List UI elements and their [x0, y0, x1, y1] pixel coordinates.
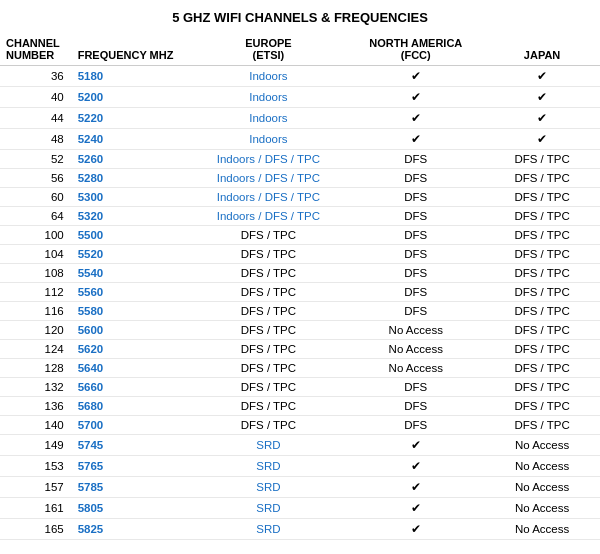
cell-frequency: 5300 [74, 188, 190, 207]
table-row: 1165580DFS / TPCDFSDFS / TPC [0, 302, 600, 321]
cell-europe: DFS / TPC [189, 264, 347, 283]
cell-frequency: 5260 [74, 150, 190, 169]
table-row: 405200Indoors✔✔ [0, 87, 600, 108]
cell-japan: DFS / TPC [484, 340, 600, 359]
cell-northamerica: No Access [347, 359, 484, 378]
cell-frequency: 5660 [74, 378, 190, 397]
table-row: 1325660DFS / TPCDFSDFS / TPC [0, 378, 600, 397]
cell-channel: 132 [0, 378, 74, 397]
cell-channel: 56 [0, 169, 74, 188]
cell-frequency: 5640 [74, 359, 190, 378]
cell-europe: DFS / TPC [189, 359, 347, 378]
cell-europe: SRD [189, 435, 347, 456]
cell-frequency: 5825 [74, 519, 190, 540]
cell-northamerica: DFS [347, 416, 484, 435]
cell-northamerica: DFS [347, 207, 484, 226]
cell-japan: DFS / TPC [484, 226, 600, 245]
table-row: 525260Indoors / DFS / TPCDFSDFS / TPC [0, 150, 600, 169]
cell-frequency: 5765 [74, 456, 190, 477]
cell-europe: SRD [189, 519, 347, 540]
cell-japan: DFS / TPC [484, 283, 600, 302]
cell-northamerica: ✔ [347, 477, 484, 498]
table-row: 1205600DFS / TPCNo AccessDFS / TPC [0, 321, 600, 340]
channels-table: CHANNEL NUMBER FREQUENCY MHZ EUROPE (ETS… [0, 33, 600, 540]
cell-northamerica: DFS [347, 226, 484, 245]
cell-japan: DFS / TPC [484, 321, 600, 340]
cell-europe: DFS / TPC [189, 340, 347, 359]
cell-frequency: 5520 [74, 245, 190, 264]
cell-channel: 116 [0, 302, 74, 321]
col-header-channel: CHANNEL NUMBER [0, 33, 74, 66]
cell-frequency: 5620 [74, 340, 190, 359]
cell-channel: 161 [0, 498, 74, 519]
cell-japan: No Access [484, 498, 600, 519]
table-row: 1045520DFS / TPCDFSDFS / TPC [0, 245, 600, 264]
cell-europe: Indoors [189, 66, 347, 87]
cell-channel: 64 [0, 207, 74, 226]
cell-frequency: 5580 [74, 302, 190, 321]
cell-europe: Indoors [189, 108, 347, 129]
cell-channel: 104 [0, 245, 74, 264]
table-row: 645320Indoors / DFS / TPCDFSDFS / TPC [0, 207, 600, 226]
cell-frequency: 5785 [74, 477, 190, 498]
col-header-frequency: FREQUENCY MHZ [74, 33, 190, 66]
cell-northamerica: ✔ [347, 435, 484, 456]
cell-northamerica: ✔ [347, 108, 484, 129]
col-header-japan: JAPAN [484, 33, 600, 66]
cell-europe: Indoors [189, 87, 347, 108]
page-title: 5 GHZ WIFI CHANNELS & FREQUENCIES [0, 0, 600, 33]
cell-channel: 124 [0, 340, 74, 359]
cell-europe: SRD [189, 498, 347, 519]
table-row: 1495745SRD✔No Access [0, 435, 600, 456]
cell-channel: 165 [0, 519, 74, 540]
table-row: 1405700DFS / TPCDFSDFS / TPC [0, 416, 600, 435]
cell-channel: 140 [0, 416, 74, 435]
cell-europe: Indoors / DFS / TPC [189, 169, 347, 188]
cell-northamerica: DFS [347, 302, 484, 321]
cell-frequency: 5560 [74, 283, 190, 302]
cell-channel: 48 [0, 129, 74, 150]
cell-northamerica: DFS [347, 169, 484, 188]
cell-japan: DFS / TPC [484, 264, 600, 283]
cell-europe: DFS / TPC [189, 245, 347, 264]
cell-northamerica: ✔ [347, 498, 484, 519]
cell-channel: 60 [0, 188, 74, 207]
cell-frequency: 5320 [74, 207, 190, 226]
cell-japan: ✔ [484, 129, 600, 150]
cell-channel: 40 [0, 87, 74, 108]
cell-japan: No Access [484, 456, 600, 477]
cell-frequency: 5220 [74, 108, 190, 129]
cell-channel: 120 [0, 321, 74, 340]
cell-frequency: 5280 [74, 169, 190, 188]
cell-japan: ✔ [484, 66, 600, 87]
table-row: 1655825SRD✔No Access [0, 519, 600, 540]
cell-europe: DFS / TPC [189, 416, 347, 435]
cell-northamerica: ✔ [347, 519, 484, 540]
cell-japan: DFS / TPC [484, 169, 600, 188]
cell-northamerica: ✔ [347, 129, 484, 150]
cell-channel: 157 [0, 477, 74, 498]
cell-europe: DFS / TPC [189, 397, 347, 416]
cell-channel: 112 [0, 283, 74, 302]
cell-northamerica: No Access [347, 321, 484, 340]
cell-europe: DFS / TPC [189, 226, 347, 245]
cell-northamerica: DFS [347, 150, 484, 169]
cell-channel: 100 [0, 226, 74, 245]
cell-europe: Indoors / DFS / TPC [189, 150, 347, 169]
table-row: 1575785SRD✔No Access [0, 477, 600, 498]
cell-frequency: 5600 [74, 321, 190, 340]
cell-northamerica: DFS [347, 264, 484, 283]
table-row: 1615805SRD✔No Access [0, 498, 600, 519]
cell-frequency: 5805 [74, 498, 190, 519]
table-row: 1125560DFS / TPCDFSDFS / TPC [0, 283, 600, 302]
cell-japan: No Access [484, 477, 600, 498]
cell-frequency: 5680 [74, 397, 190, 416]
cell-frequency: 5700 [74, 416, 190, 435]
cell-japan: DFS / TPC [484, 397, 600, 416]
cell-channel: 128 [0, 359, 74, 378]
cell-europe: DFS / TPC [189, 378, 347, 397]
cell-northamerica: ✔ [347, 66, 484, 87]
cell-northamerica: DFS [347, 283, 484, 302]
cell-europe: DFS / TPC [189, 283, 347, 302]
col-header-northamerica: NORTH AMERICA (FCC) [347, 33, 484, 66]
